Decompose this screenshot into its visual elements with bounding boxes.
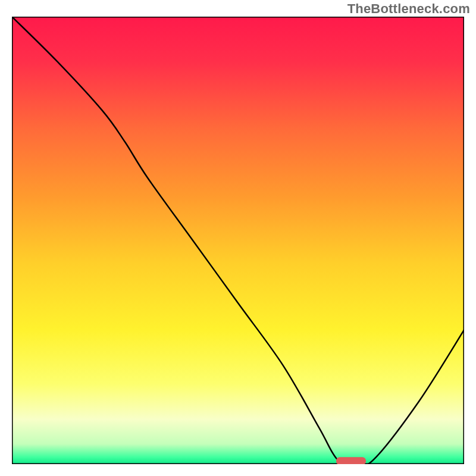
watermark-text: TheBottleneck.com xyxy=(347,1,470,17)
chart-marker xyxy=(336,457,366,464)
chart-plot-area xyxy=(12,17,464,464)
chart-svg xyxy=(12,17,464,464)
chart-background xyxy=(12,17,464,464)
